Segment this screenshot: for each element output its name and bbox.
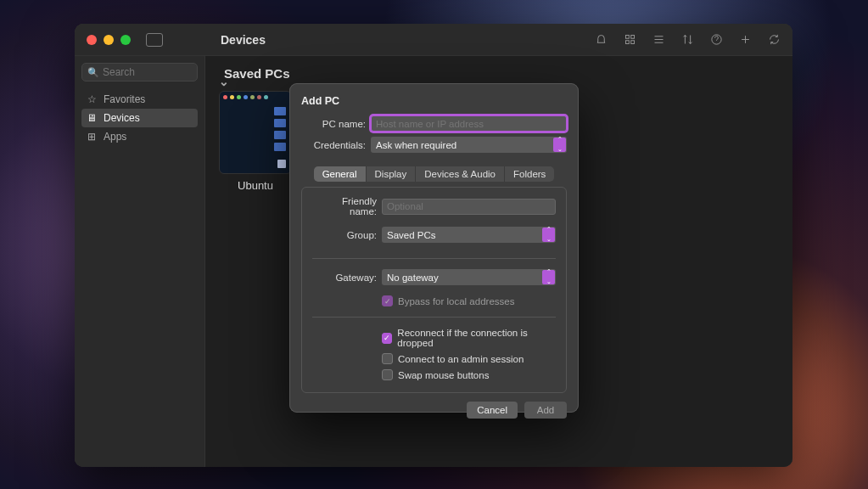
row-admin[interactable]: Connect to an admin session	[312, 353, 556, 364]
sidebar-item-favorites[interactable]: ☆ Favorites	[81, 90, 198, 109]
sort-icon[interactable]	[680, 33, 694, 47]
row-bypass: Bypass for local addresses	[312, 295, 556, 306]
tab-devices-audio[interactable]: Devices & Audio	[416, 166, 505, 182]
sidebar: 🔍 ☆ Favorites 🖥 Devices ⊞ Apps	[75, 56, 205, 467]
add-icon[interactable]	[738, 33, 752, 47]
search-icon: 🔍	[87, 67, 99, 78]
row-reconnect[interactable]: Reconnect if the connection is dropped	[312, 328, 556, 348]
dialog-footer: Cancel Add	[301, 402, 567, 419]
add-button[interactable]: Add	[524, 402, 567, 419]
svg-rect-3	[630, 41, 634, 44]
sidebar-list: ☆ Favorites 🖥 Devices ⊞ Apps	[81, 90, 198, 146]
sidebar-item-label: Favorites	[104, 93, 145, 105]
row-gateway: Gateway: No gateway	[312, 269, 556, 285]
close-icon[interactable]	[87, 35, 97, 45]
row-credentials: Credentials: Ask when required	[301, 137, 567, 153]
refresh-icon[interactable]	[767, 33, 781, 47]
svg-rect-2	[625, 41, 629, 44]
swap-checkbox[interactable]	[382, 369, 393, 380]
window-title: Devices	[221, 33, 266, 47]
add-pc-dialog: Add PC PC name: Credentials: Ask when re…	[289, 83, 579, 413]
row-swap[interactable]: Swap mouse buttons	[312, 369, 556, 380]
gateway-value: No gateway	[387, 273, 439, 283]
label-gateway: Gateway:	[312, 273, 382, 283]
bell-icon[interactable]	[594, 33, 608, 47]
label-group: Group:	[312, 230, 382, 240]
reconnect-label: Reconnect if the connection is dropped	[397, 328, 556, 348]
pc-name-input[interactable]	[371, 115, 567, 132]
admin-checkbox[interactable]	[382, 353, 393, 364]
saved-pc-card[interactable]: Ubuntu	[219, 91, 292, 192]
sidebar-item-apps[interactable]: ⊞ Apps	[81, 127, 198, 146]
group-value: Saved PCs	[387, 230, 436, 240]
monitor-icon: 🖥	[87, 113, 97, 123]
label-credentials: Credentials:	[301, 140, 371, 150]
sidebar-toggle-icon[interactable]	[146, 33, 163, 47]
credentials-value: Ask when required	[376, 140, 456, 150]
row-friendly-name: Friendly name:	[312, 196, 556, 216]
section-title: Saved PCs	[224, 66, 290, 81]
sidebar-item-devices[interactable]: 🖥 Devices	[81, 109, 198, 127]
titlebar: Devices	[75, 24, 792, 56]
bypass-label: Bypass for local addresses	[398, 296, 514, 306]
svg-rect-1	[630, 36, 634, 39]
pc-card-label: Ubuntu	[219, 179, 292, 192]
star-icon: ☆	[87, 94, 97, 104]
select-caret-icon	[542, 270, 555, 284]
divider	[312, 258, 556, 259]
toolbar-right	[594, 33, 781, 47]
divider	[312, 317, 556, 318]
tab-general[interactable]: General	[314, 166, 367, 182]
label-pc-name: PC name:	[301, 119, 371, 129]
cancel-button[interactable]: Cancel	[467, 402, 518, 419]
group-select[interactable]: Saved PCs	[382, 227, 556, 243]
traffic-lights	[87, 35, 131, 45]
tabbar: General Display Devices & Audio Folders	[301, 166, 567, 182]
bypass-checkbox	[382, 295, 393, 306]
plus-square-icon: ⊞	[87, 132, 97, 142]
sidebar-item-label: Devices	[104, 112, 140, 124]
gateway-select[interactable]: No gateway	[382, 269, 556, 285]
help-icon[interactable]	[709, 33, 723, 47]
search-field[interactable]: 🔍	[81, 63, 198, 82]
svg-rect-0	[625, 36, 629, 39]
select-caret-icon	[542, 228, 555, 242]
tab-folders[interactable]: Folders	[505, 166, 554, 182]
reconnect-checkbox[interactable]	[382, 333, 392, 344]
friendly-name-input[interactable]	[382, 199, 556, 215]
minimize-icon[interactable]	[104, 35, 114, 45]
admin-label: Connect to an admin session	[398, 354, 524, 364]
row-pc-name: PC name:	[301, 115, 567, 132]
maximize-icon[interactable]	[120, 35, 131, 45]
section-header[interactable]: Saved PCs	[219, 66, 779, 81]
grid-view-icon[interactable]	[623, 33, 636, 47]
list-view-icon[interactable]	[652, 33, 665, 47]
swap-label: Swap mouse buttons	[398, 370, 489, 380]
row-group: Group: Saved PCs	[312, 227, 556, 243]
credentials-select[interactable]: Ask when required	[371, 137, 567, 153]
sidebar-item-label: Apps	[104, 131, 126, 143]
select-caret-icon	[553, 138, 566, 152]
tab-panel-general: Friendly name: Group: Saved PCs Gateway:…	[301, 187, 567, 393]
tab-display[interactable]: Display	[367, 166, 417, 182]
label-friendly-name: Friendly name:	[312, 196, 382, 216]
pc-thumbnail	[219, 91, 292, 174]
dialog-title: Add PC	[301, 95, 567, 107]
